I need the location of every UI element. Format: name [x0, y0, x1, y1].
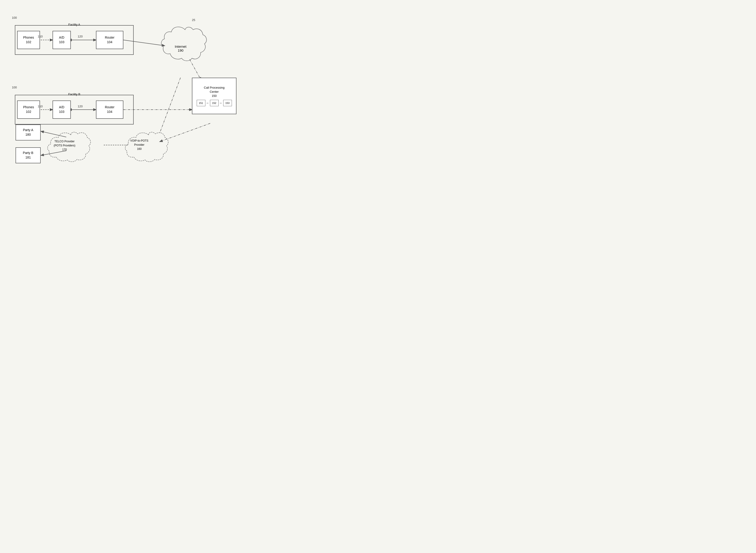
arrow-120-bot-label: 120: [78, 105, 83, 108]
ad-label-bot: A/D: [59, 105, 64, 110]
arrow-120-top-label: 120: [78, 35, 83, 38]
party-a-label: Party A: [23, 128, 33, 133]
phones-label-top: Phones: [23, 35, 34, 40]
phones-102-bottom: Phones 102: [17, 100, 40, 119]
router-label-bot: Router: [105, 105, 115, 110]
call-processing-center: Call Processing Center 150 151 ↔ 152 ↔ 1…: [192, 78, 236, 114]
ad-103-bottom: A/D 103: [53, 100, 71, 119]
ad-ref-bot: 103: [59, 110, 64, 114]
party-b-ref: 181: [25, 155, 30, 160]
diagram: 100 Facility A Phones 102 110 A/D 103 12…: [0, 0, 251, 184]
party-a-ref: 180: [25, 133, 30, 137]
phones-ref-bot: 102: [26, 110, 31, 114]
ref-100-top: 100: [12, 16, 17, 19]
sub-box-152: 152: [210, 100, 219, 106]
router-104-top: Router 104: [96, 31, 123, 49]
sub-box-151: 151: [197, 100, 205, 106]
router-104-bottom: Router 104: [96, 100, 123, 119]
party-b-box: Party B 181: [15, 147, 41, 163]
router-ref-bot: 104: [107, 110, 112, 114]
phones-102-top: Phones 102: [17, 31, 40, 49]
ad-label-top: A/D: [59, 35, 64, 40]
phones-ref-top: 102: [26, 40, 31, 45]
svg-line-11: [160, 78, 180, 133]
sub-box-153: 153: [223, 100, 232, 106]
party-a-box: Party A 180: [15, 125, 41, 141]
arrow-110-top-label: 110: [38, 35, 43, 38]
ref-100-bottom: 100: [12, 86, 17, 89]
arrow-110-bot-label: 110: [38, 105, 43, 108]
facility-b-label: Facility B: [67, 92, 81, 96]
cpc-label2: Center: [210, 90, 219, 94]
cpc-ref: 150: [212, 94, 217, 98]
internet-label: Internet 190: [175, 45, 186, 52]
ad-103-top: A/D 103: [53, 31, 71, 49]
phones-label-bot: Phones: [23, 105, 34, 110]
ref-25: 25: [192, 18, 195, 22]
telco-label: TELCO Provider (POTS Providers) 170: [54, 139, 75, 152]
router-label-top: Router: [105, 35, 115, 40]
voip-label: VOIP-to-POTS Provider 160: [130, 139, 148, 151]
ad-ref-top: 103: [59, 40, 64, 45]
router-ref-top: 104: [107, 40, 112, 45]
facility-a-label: Facility A: [67, 23, 81, 26]
cpc-label: Call Processing: [204, 86, 224, 90]
party-b-label: Party B: [23, 151, 33, 155]
